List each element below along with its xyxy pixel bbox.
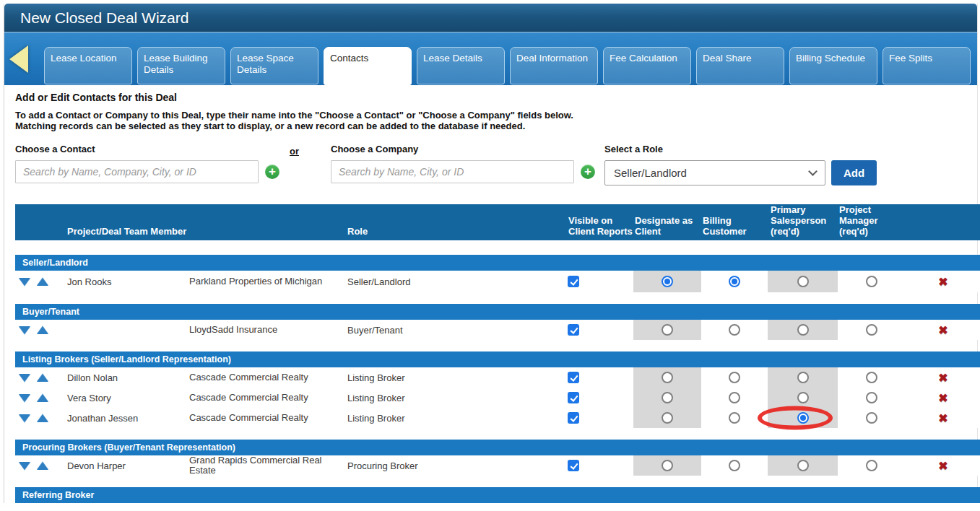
project-manager-radio[interactable]: [866, 372, 877, 383]
tab-lease-location[interactable]: Lease Location: [44, 47, 132, 84]
tab-deal-information[interactable]: Deal Information: [510, 47, 598, 84]
header-role: Role: [347, 204, 513, 241]
project-manager-radio[interactable]: [866, 276, 877, 287]
table-row: Jonathan JessenCascade Commercial Realty…: [15, 408, 980, 428]
move-up-icon[interactable]: [37, 394, 48, 402]
header-designate: Designate as Client: [633, 204, 701, 241]
tab-contacts[interactable]: Contacts: [324, 47, 412, 85]
primary-salesperson-radio[interactable]: [797, 276, 809, 287]
member-role: Buyer/Tenant: [347, 320, 513, 340]
move-down-icon[interactable]: [19, 278, 30, 286]
designate-as-client-radio[interactable]: [662, 276, 673, 287]
tab-fee-calculation[interactable]: Fee Calculation: [603, 47, 691, 84]
visible-on-reports-checkbox[interactable]: [568, 460, 579, 471]
row-reorder-cell: [15, 320, 67, 340]
designate-as-client-radio[interactable]: [662, 392, 673, 403]
billing-customer-radio[interactable]: [729, 392, 740, 403]
visible-on-reports-checkbox[interactable]: [568, 372, 579, 383]
move-down-icon[interactable]: [19, 462, 30, 470]
billing-customer-radio[interactable]: [729, 324, 740, 336]
billing-customer-radio[interactable]: [729, 276, 740, 287]
contact-search-input[interactable]: [15, 160, 259, 183]
move-down-icon[interactable]: [19, 414, 30, 422]
member-company: Cascade Commercial Realty: [189, 388, 347, 408]
delete-icon[interactable]: ✖: [938, 411, 948, 425]
primary-salesperson-radio[interactable]: [797, 412, 809, 424]
visible-on-reports-checkbox[interactable]: [568, 324, 579, 336]
primary-salesperson-radio[interactable]: [797, 324, 809, 336]
company-search-input[interactable]: [331, 160, 574, 183]
delete-icon[interactable]: ✖: [938, 275, 948, 289]
delete-icon[interactable]: ✖: [938, 371, 948, 385]
tab-strip: Lease LocationLease Building DetailsLeas…: [4, 32, 977, 85]
billing-customer-radio-cell: [701, 367, 768, 388]
designate-as-client-radio[interactable]: [662, 460, 673, 471]
primary-salesperson-radio[interactable]: [797, 392, 809, 403]
section-header: Seller/Landlord: [15, 255, 980, 271]
visible-on-reports-cell: [513, 455, 633, 476]
project-manager-radio[interactable]: [866, 412, 877, 424]
move-up-icon[interactable]: [37, 326, 48, 334]
billing-customer-radio[interactable]: [729, 460, 740, 471]
delete-icon[interactable]: ✖: [938, 391, 948, 405]
table-header-gap: [15, 240, 980, 255]
add-company-icon[interactable]: +: [581, 165, 595, 179]
tab-lease-building-details[interactable]: Lease Building Details: [137, 47, 225, 84]
move-down-icon[interactable]: [19, 326, 30, 334]
designate-as-client-radio[interactable]: [662, 372, 673, 383]
visible-on-reports-cell: [513, 388, 633, 408]
visible-on-reports-cell: [513, 408, 633, 428]
billing-customer-radio-cell: [701, 388, 768, 408]
tab-lease-space-details[interactable]: Lease Space Details: [230, 47, 318, 84]
move-up-icon[interactable]: [37, 374, 48, 382]
company-field-label: Choose a Company: [331, 144, 595, 154]
role-select[interactable]: Seller/Landlord: [604, 160, 825, 185]
header-member: Project/Deal Team Member: [67, 204, 189, 241]
visible-on-reports-checkbox[interactable]: [568, 392, 579, 403]
tab-deal-share[interactable]: Deal Share: [696, 47, 784, 84]
designate-as-client-radio[interactable]: [662, 412, 673, 424]
add-button[interactable]: Add: [831, 160, 877, 185]
member-name: Jonathan Jessen: [67, 408, 189, 428]
designate-as-client-radio-cell: [633, 455, 701, 476]
project-manager-radio[interactable]: [866, 392, 877, 403]
member-name: Jon Rooks: [67, 271, 189, 292]
tab-billing-schedule[interactable]: Billing Schedule: [789, 47, 877, 84]
visible-on-reports-cell: [513, 320, 633, 340]
project-manager-radio-cell: [838, 271, 906, 292]
visible-on-reports-checkbox[interactable]: [568, 412, 579, 424]
designate-as-client-radio-cell: [633, 408, 701, 428]
billing-customer-radio[interactable]: [729, 412, 740, 424]
member-company: Cascade Commercial Realty: [189, 408, 347, 428]
move-up-icon[interactable]: [37, 278, 48, 286]
row-reorder-cell: [15, 455, 67, 476]
primary-salesperson-radio[interactable]: [797, 460, 809, 471]
primary-salesperson-radio-cell: [768, 388, 838, 408]
add-contact-icon[interactable]: +: [265, 165, 279, 179]
move-down-icon[interactable]: [19, 374, 30, 382]
project-manager-radio[interactable]: [866, 324, 877, 336]
visible-on-reports-checkbox[interactable]: [568, 276, 579, 287]
instructions-line1: To add a Contact or Company to this Deal…: [15, 110, 573, 121]
billing-customer-radio[interactable]: [729, 372, 740, 383]
delete-icon[interactable]: ✖: [938, 459, 948, 473]
header-primary: Primary Salesperson (req'd): [768, 204, 838, 241]
move-up-icon[interactable]: [37, 462, 48, 470]
move-down-icon[interactable]: [19, 394, 30, 402]
member-name: Dillon Nolan: [67, 367, 189, 388]
delete-icon[interactable]: ✖: [938, 323, 948, 337]
role-field-group: Select a Role Seller/Landlord Add: [604, 144, 877, 185]
member-role: Seller/Landlord: [347, 271, 513, 292]
back-arrow-icon[interactable]: [9, 45, 28, 73]
visible-on-reports-cell: [513, 271, 633, 292]
designate-as-client-radio[interactable]: [662, 324, 673, 336]
tab-lease-details[interactable]: Lease Details: [417, 47, 505, 84]
tab-fee-splits[interactable]: Fee Splits: [883, 47, 971, 84]
section-header: Buyer/Tenant: [15, 304, 980, 320]
project-manager-radio[interactable]: [866, 460, 877, 471]
move-up-icon[interactable]: [37, 414, 48, 422]
row-reorder-cell: [15, 408, 67, 428]
table-row: Vera StoryCascade Commercial RealtyListi…: [15, 388, 980, 408]
primary-salesperson-radio[interactable]: [797, 372, 809, 383]
header-billing: Billing Customer: [701, 204, 768, 241]
